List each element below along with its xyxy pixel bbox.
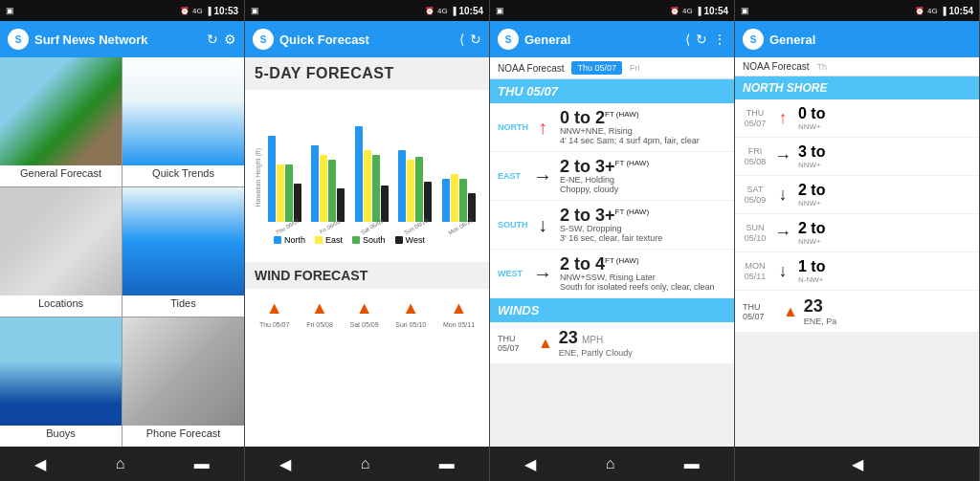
home-button-1[interactable]: ⌂ <box>116 455 125 472</box>
status-bar-4: ▣ ⏰ 4G ▐ 10:54 <box>735 0 979 21</box>
lte-icon-3: 4G <box>682 7 693 15</box>
noaa-bar-4: NOAA Forecast Th <box>735 57 979 77</box>
p4-arrow-1: ↑ <box>771 108 794 128</box>
arrow-west: → <box>531 263 554 285</box>
wave-sub2-east: Choppy, cloudy <box>560 185 726 194</box>
app-title-4: General <box>769 33 865 47</box>
bar-west-1 <box>294 184 301 222</box>
p4-arrow-3: ↓ <box>771 185 794 205</box>
battery-icon-3: ▐ <box>696 7 702 15</box>
grid-cell-buoys[interactable]: Buoys <box>0 317 122 447</box>
app-bar-4: S General <box>735 21 979 57</box>
app-bar-2: S Quick Forecast ⟨ ↻ <box>245 21 489 57</box>
bar-east-4 <box>407 160 414 222</box>
y-axis-label: Hawaiian Height (ft) <box>255 148 261 207</box>
p4-wind-desc: ENE, Pa <box>804 317 971 326</box>
wave-sub1-east: E-NE, Holding <box>560 175 726 185</box>
back-button-3[interactable]: ◀ <box>524 455 536 473</box>
share-button-3[interactable]: ⟨ <box>685 32 690 47</box>
arrow-south: ↓ <box>531 214 554 236</box>
arrow-east: → <box>531 165 554 187</box>
legend-south: South <box>352 235 386 245</box>
lte-icon: 4G <box>192 7 203 15</box>
bar-east-5 <box>451 174 458 222</box>
p2-content: 5-DAY FORECAST Hawaiian Height (ft) <box>245 57 489 447</box>
wave-height-east: 2 to 3+FT (HAW) <box>560 158 726 175</box>
cell-label-phone: Phone Forecast <box>122 426 244 441</box>
alarm-icon-2: ⏰ <box>425 7 434 15</box>
wind-unit-3: MPH <box>582 335 603 345</box>
direction-east: EAST <box>498 171 531 181</box>
phone4: ▣ ⏰ 4G ▐ 10:54 S General NOAA Forecast T… <box>735 0 980 481</box>
date-next-3[interactable]: Fri <box>630 63 640 73</box>
bar-group-2 <box>311 145 350 222</box>
bar-north-4 <box>398 150 406 222</box>
p4-date-4: SUN05/10 <box>743 223 768 244</box>
bar-north-1 <box>268 136 276 222</box>
menu-button-2[interactable]: ▬ <box>439 455 455 472</box>
settings-button-1[interactable]: ⚙ <box>224 32 236 47</box>
app-logo-4: S <box>743 29 764 50</box>
notification-icon-3: ▣ <box>496 6 504 15</box>
grid-cell-trends[interactable]: Quick Trends <box>122 57 244 186</box>
wave-height-north: 0 to 2FT (HAW) <box>560 109 726 126</box>
thumb-buoys <box>0 317 122 426</box>
bar-south-4 <box>415 157 423 222</box>
grid-cell-general[interactable]: General Forecast <box>0 57 122 186</box>
status-right-3: ⏰ 4G ▐ 10:54 <box>670 6 728 16</box>
p4-sub-1: NNW+ <box>798 122 825 131</box>
grid-cell-locations[interactable]: Locations <box>0 187 122 317</box>
p4-date-1: THU05/07 <box>743 108 768 129</box>
legend-dot-west <box>395 236 403 244</box>
p4-row-5: MON05/11 ↓ 1 to N-NW+ <box>735 252 979 291</box>
legend-label-west: West <box>406 235 425 245</box>
p4-date-5: MON05/11 <box>743 261 768 282</box>
date-active-3[interactable]: Thu 05/07 <box>571 61 622 75</box>
p4-arrow-2: → <box>771 146 794 166</box>
legend-east: East <box>315 235 343 245</box>
wind-day-3: Sat 05/09 <box>350 321 379 328</box>
status-bar-2: ▣ ⏰ 4G ▐ 10:54 <box>245 0 489 21</box>
back-button-1[interactable]: ◀ <box>34 455 46 473</box>
bar-east-1 <box>277 164 284 222</box>
back-button-4[interactable]: ◀ <box>852 455 863 473</box>
bar-chart <box>266 98 483 222</box>
p4-arrow-5: ↓ <box>771 261 794 281</box>
forecast-row-west: WEST → 2 to 4FT (HAW) NNW+SSW, Rising La… <box>490 250 734 298</box>
status-left-icons: ▣ <box>6 6 14 15</box>
menu-button-3[interactable]: ▬ <box>684 455 700 472</box>
bar-west-3 <box>381 186 389 222</box>
wind-icon-1: ▲ <box>266 298 283 318</box>
home-button-2[interactable]: ⌂ <box>361 455 370 472</box>
bar-north-2 <box>311 145 319 222</box>
back-button-2[interactable]: ◀ <box>279 455 291 473</box>
details-west: 2 to 4FT (HAW) NNW+SSW, Rising Later Sou… <box>560 255 726 292</box>
status-bar-1: ▣ ⏰ 4G ▐ 10:53 <box>0 0 244 21</box>
more-button-3[interactable]: ⋮ <box>713 32 726 47</box>
home-button-3[interactable]: ⌂ <box>606 455 615 472</box>
cell-label-buoys: Buoys <box>0 426 122 441</box>
bar-west-2 <box>337 188 345 222</box>
thumb-trends <box>122 57 244 165</box>
refresh-button-2[interactable]: ↻ <box>470 32 481 47</box>
bar-south-5 <box>459 179 467 222</box>
wave-sub1-north: NNW+NNE, Rising <box>560 126 726 136</box>
legend-west: West <box>395 235 425 245</box>
share-button-2[interactable]: ⟨ <box>459 32 464 47</box>
phone3: ▣ ⏰ 4G ▐ 10:54 S General ⟨ ↻ ⋮ NOAA Fore… <box>490 0 735 481</box>
wave-height-west: 2 to 4FT (HAW) <box>560 255 726 273</box>
wave-sub2-north: 4' 14 sec Sam; 4 surf 4pm, fair, clear <box>560 136 726 145</box>
refresh-button-1[interactable]: ↻ <box>207 32 218 47</box>
grid-cell-tides[interactable]: Tides <box>122 187 244 317</box>
grid-container: General Forecast Quick Trends Locations … <box>0 57 244 447</box>
app-title-1: Surf News Network <box>34 33 201 47</box>
wind-speed-3: 23 <box>559 328 578 348</box>
battery-icon-4: ▐ <box>941 7 947 15</box>
menu-button-1[interactable]: ▬ <box>194 455 210 472</box>
refresh-button-3[interactable]: ↻ <box>696 32 707 47</box>
p4-height-4: 2 to <box>798 220 825 236</box>
grid-cell-phone[interactable]: Phone Forecast <box>122 317 244 447</box>
p4-sub-5: N-NW+ <box>798 275 825 284</box>
p4-wind-details: 23 ENE, Pa <box>804 296 971 326</box>
bar-west-4 <box>424 182 432 222</box>
